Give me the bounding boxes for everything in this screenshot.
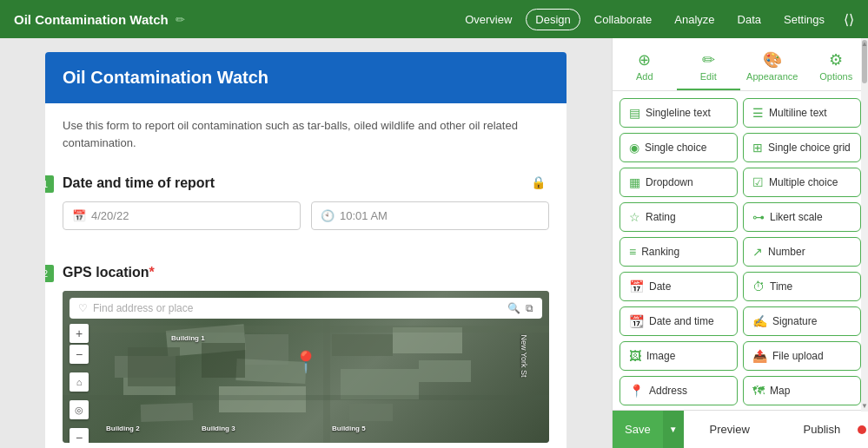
widget-date[interactable]: 📅 Date [620, 272, 738, 301]
map-minus2[interactable]: − [70, 428, 89, 443]
lock-icon: 🔒 [531, 175, 546, 189]
single-choice-grid-icon: ⊞ [752, 141, 763, 155]
datetime-row: 📅 4/20/22 🕙 10:01 AM [63, 201, 549, 230]
nav-links: Overview Design Collaborate Analyze Data… [456, 9, 854, 30]
widget-image[interactable]: 🖼 Image [620, 341, 738, 371]
map-zoom-in[interactable]: + [70, 324, 89, 343]
multiple-choice-icon: ☑ [752, 175, 764, 189]
save-button[interactable]: Save [613, 411, 663, 448]
widget-date-and-time[interactable]: 📆 Date and time [620, 306, 738, 336]
map-zoom-out[interactable]: − [70, 345, 89, 364]
share-icon[interactable]: ⟨⟩ [844, 11, 854, 28]
form-description: Use this form to report oil contaminatio… [63, 117, 549, 151]
widget-time[interactable]: ⏱ Time [743, 272, 861, 301]
tab-appearance[interactable]: 🎨 Appearance [740, 45, 805, 90]
widget-multiline-text[interactable]: ☰ Multiline text [743, 98, 861, 128]
bottom-action-bar: Save ▼ Preview Publish [613, 410, 868, 448]
tab-add-label: Add [636, 71, 653, 82]
map-home[interactable]: ⌂ [70, 372, 89, 392]
save-label: Save [625, 423, 651, 436]
search-icon: 🔍 [507, 302, 520, 314]
layers-icon: ⧉ [526, 302, 533, 314]
widget-tabs: ⊕ Add ✏ Edit 🎨 Appearance ⚙ Options [613, 38, 868, 91]
number-icon: ↗ [752, 245, 763, 259]
nav-overview[interactable]: Overview [456, 10, 520, 30]
preview-label: Preview [710, 423, 750, 436]
tab-add[interactable]: ⊕ Add [613, 45, 677, 90]
widget-label-file-upload: File upload [772, 350, 824, 362]
widget-label-map: Map [770, 385, 790, 397]
map-search-bar[interactable]: ♡ Find address or place 🔍 ⧉ [70, 298, 542, 319]
nav-data[interactable]: Data [729, 10, 770, 30]
heart-icon: ♡ [78, 302, 88, 314]
file-upload-icon: 📤 [752, 349, 767, 363]
form-area: Oil Contamination Watch Use this form to… [0, 38, 612, 448]
widget-ranking[interactable]: ≡ Ranking [620, 237, 738, 267]
date-icon: 📅 [629, 280, 644, 293]
scroll-arrow-up[interactable]: ▲ [861, 40, 868, 48]
map-pin: 📍 [293, 350, 319, 374]
map-locate[interactable]: ◎ [70, 400, 89, 419]
required-star: * [149, 265, 155, 280]
nav-settings[interactable]: Settings [775, 10, 833, 30]
widget-grid: ▤ Singleline text ☰ Multiline text ◉ Sin… [620, 98, 861, 410]
widget-address[interactable]: 📍 Address [620, 376, 738, 405]
widget-label-image: Image [646, 350, 675, 362]
widget-signature[interactable]: ✍ Signature [743, 306, 861, 336]
tab-options[interactable]: ⚙ Options [805, 45, 869, 90]
tab-edit[interactable]: ✏ Edit [677, 45, 741, 90]
widget-label-multiline: Multiline text [769, 107, 827, 119]
widget-label-address: Address [649, 385, 687, 397]
main-layout: Oil Contamination Watch Use this form to… [0, 38, 868, 448]
likert-icon: ⊶ [752, 210, 765, 224]
form-section-datetime: 1 🔒 Date and time of report 📅 4/20/22 🕙 … [63, 165, 549, 240]
tab-edit-label: Edit [700, 71, 717, 82]
singleline-icon: ▤ [629, 106, 640, 120]
dropdown-icon: ▦ [629, 175, 640, 189]
widget-multiple-choice[interactable]: ☑ Multiple choice [743, 168, 861, 197]
road-label: New York St [519, 334, 527, 377]
save-dropdown-arrow[interactable]: ▼ [663, 411, 684, 448]
date-input[interactable]: 📅 4/20/22 [63, 201, 301, 230]
widget-rating[interactable]: ☆ Rating [620, 202, 738, 232]
image-icon: 🖼 [629, 349, 641, 363]
top-navigation: Oil Contamination Watch ✏ Overview Desig… [0, 0, 868, 38]
right-scrollbar[interactable]: ▼ ▲ [861, 38, 868, 412]
widget-label-rating: Rating [646, 211, 676, 223]
preview-button[interactable]: Preview [684, 416, 776, 443]
signature-icon: ✍ [752, 314, 767, 328]
scroll-arrow-down[interactable]: ▼ [861, 402, 868, 410]
widget-singleline-text[interactable]: ▤ Singleline text [620, 98, 738, 128]
notification-dot [858, 425, 866, 434]
widget-label-date: Date [649, 280, 671, 293]
map-container: ♡ Find address or place 🔍 ⧉ [63, 291, 549, 443]
section-number-2: 2 [45, 265, 54, 282]
save-section: Save ▼ [613, 411, 684, 448]
widget-likert-scale[interactable]: ⊶ Likert scale [743, 202, 861, 232]
widget-label-likert: Likert scale [770, 211, 823, 223]
nav-design[interactable]: Design [526, 9, 580, 30]
widget-number[interactable]: ↗ Number [743, 237, 861, 267]
form-card: Oil Contamination Watch Use this form to… [45, 52, 567, 448]
rating-icon: ☆ [629, 210, 640, 224]
multiline-icon: ☰ [752, 106, 764, 120]
map-icon: 🗺 [752, 384, 765, 398]
widget-label-ranking: Ranking [641, 246, 679, 258]
widget-single-choice-grid[interactable]: ⊞ Single choice grid [743, 133, 861, 162]
widget-file-upload[interactable]: 📤 File upload [743, 341, 861, 371]
widget-label-signature: Signature [772, 315, 817, 327]
time-input[interactable]: 🕙 10:01 AM [311, 201, 549, 230]
widget-dropdown[interactable]: ▦ Dropdown [620, 168, 738, 197]
edit-title-icon[interactable]: ✏ [176, 13, 185, 26]
appearance-tab-icon: 🎨 [763, 50, 782, 69]
widget-single-choice[interactable]: ◉ Single choice [620, 133, 738, 162]
clock-icon: 🕙 [321, 209, 335, 222]
nav-collaborate[interactable]: Collaborate [586, 10, 661, 30]
map-controls: + − ⌂ ◎ − [70, 324, 89, 443]
form-body: Use this form to report oil contaminatio… [45, 103, 567, 448]
address-icon: 📍 [629, 384, 644, 398]
map-search-placeholder: Find address or place [93, 302, 502, 314]
nav-analyze[interactable]: Analyze [666, 10, 723, 30]
publish-button[interactable]: Publish [776, 416, 868, 443]
widget-map[interactable]: 🗺 Map [743, 376, 861, 405]
